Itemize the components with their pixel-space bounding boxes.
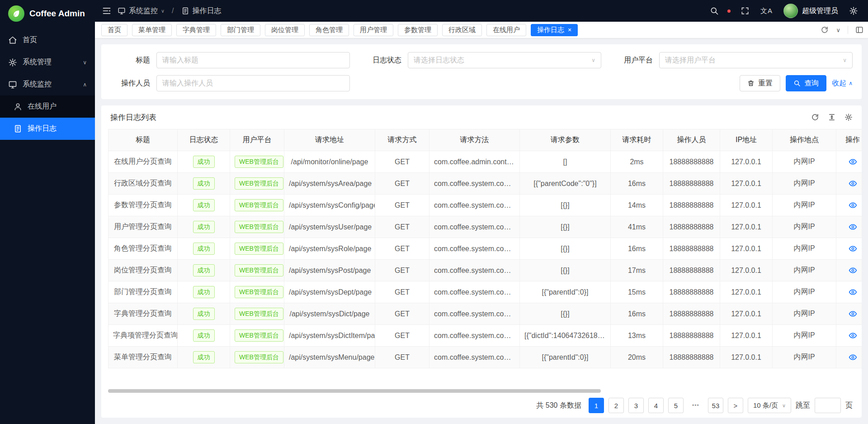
search-icon[interactable] — [710, 6, 719, 15]
cell-ip: 127.0.0.1 — [720, 151, 773, 173]
cell-ip: 127.0.0.1 — [720, 173, 773, 195]
sidebar-item-system-management[interactable]: 系统管理 ∨ — [0, 51, 95, 73]
view-detail-eye-icon[interactable] — [849, 179, 857, 188]
page-button-5[interactable]: 5 — [668, 398, 684, 413]
page-button-3[interactable]: 3 — [628, 398, 644, 413]
tab-role-management[interactable]: 角色管理 — [309, 24, 349, 36]
view-detail-eye-icon[interactable] — [849, 331, 857, 340]
cell-operator: 18888888888 — [663, 325, 720, 347]
sidebar-item-online-users[interactable]: 在线用户 — [0, 95, 95, 118]
content-fullscreen-icon[interactable] — [855, 26, 863, 34]
chevron-down-icon: ∨ — [782, 403, 786, 409]
table-row[interactable]: 部门管理分页查询 成功 WEB管理后台 /api/system/sysDept/… — [108, 281, 862, 303]
cell-params: [{"parentId":0}] — [520, 281, 611, 303]
table-title: 操作日志列表 — [110, 112, 156, 123]
tab-dict-management[interactable]: 字典管理 — [176, 24, 216, 36]
platform-badge: WEB管理后台 — [235, 329, 283, 341]
user-platform-select[interactable]: 请选择用户平台 ∨ — [659, 52, 853, 68]
breadcrumb-system-monitor[interactable]: 系统监控 ∨ — [118, 6, 165, 16]
tab-config-management[interactable]: 参数管理 — [398, 24, 438, 36]
tab-online-users[interactable]: 在线用户 — [486, 24, 526, 36]
cell-status: 成功 — [178, 216, 230, 238]
reset-button[interactable]: 重置 — [740, 75, 780, 91]
cell-title: 参数管理分页查询 — [108, 195, 178, 216]
select-placeholder: 请选择日志状态 — [414, 56, 591, 65]
cell-actions — [836, 151, 862, 173]
view-detail-eye-icon[interactable] — [849, 288, 857, 296]
tab-admin-area[interactable]: 行政区域 — [442, 24, 482, 36]
table-row[interactable]: 在线用户分页查询 成功 WEB管理后台 /api/monitor/online/… — [108, 151, 862, 173]
view-detail-eye-icon[interactable] — [849, 244, 857, 253]
cell-ip: 127.0.0.1 — [720, 195, 773, 216]
page-size-select[interactable]: 10 条/页 ∨ — [748, 398, 791, 413]
table-row[interactable]: 行政区域分页查询 成功 WEB管理后台 /api/system/sysArea/… — [108, 173, 862, 195]
column-header: 请求方式 — [375, 129, 429, 151]
cell-platform: WEB管理后台 — [230, 325, 284, 347]
column-header: IP地址 — [720, 129, 773, 151]
view-detail-eye-icon[interactable] — [849, 310, 857, 318]
table-row[interactable]: 岗位管理分页查询 成功 WEB管理后台 /api/system/sysPost/… — [108, 260, 862, 281]
close-icon[interactable]: × — [568, 27, 571, 33]
table-row[interactable]: 参数管理分页查询 成功 WEB管理后台 /api/system/sysConfi… — [108, 195, 862, 216]
refresh-icon[interactable] — [821, 26, 829, 34]
table-row[interactable]: 字典管理分页查询 成功 WEB管理后台 /api/system/sysDict/… — [108, 303, 862, 325]
cell-status: 成功 — [178, 173, 230, 195]
next-page-button[interactable]: > — [728, 398, 743, 413]
operator-filter-input[interactable] — [156, 75, 350, 91]
field-operator: 操作人员 — [110, 75, 350, 91]
column-header: 请求参数 — [520, 129, 611, 151]
spacer — [101, 368, 862, 389]
table-row[interactable]: 角色管理分页查询 成功 WEB管理后台 /api/system/sysRole/… — [108, 238, 862, 260]
settings-gear-icon[interactable] — [849, 6, 858, 15]
page-button-53[interactable]: 53 — [708, 398, 723, 413]
column-header: 操作人员 — [663, 129, 720, 151]
collapse-filter-link[interactable]: 收起 ∧ — [832, 79, 853, 88]
view-detail-eye-icon[interactable] — [849, 201, 857, 210]
log-status-label: 日志状态 — [362, 56, 401, 65]
title-filter-input[interactable] — [156, 52, 350, 68]
tab-dept-management[interactable]: 部门管理 — [221, 24, 260, 36]
breadcrumb-operation-log: 操作日志 — [181, 6, 222, 16]
column-settings-gear-icon[interactable] — [844, 113, 853, 121]
view-detail-eye-icon[interactable] — [849, 223, 857, 231]
page-button-2[interactable]: 2 — [609, 398, 624, 413]
cell-duration: 17ms — [611, 260, 663, 281]
page-ellipsis-icon[interactable]: ••• — [688, 398, 703, 413]
tab-operation-log[interactable]: 操作日志 × — [531, 24, 578, 36]
view-detail-eye-icon[interactable] — [849, 157, 857, 166]
refresh-icon[interactable] — [811, 113, 819, 121]
sidebar-item-home[interactable]: 首页 — [0, 29, 95, 51]
user-menu[interactable]: 超级管理员 — [783, 4, 838, 18]
status-badge: 成功 — [193, 156, 215, 167]
sidebar-item-operation-log[interactable]: 操作日志 — [0, 118, 95, 140]
page-button-1[interactable]: 1 — [589, 398, 604, 413]
tab-menu-management[interactable]: 菜单管理 — [132, 24, 172, 36]
tab-post-management[interactable]: 岗位管理 — [265, 24, 305, 36]
tab-user-management[interactable]: 用户管理 — [354, 24, 393, 36]
log-table-card: 操作日志列表 — [101, 105, 862, 418]
cell-duration: 16ms — [611, 238, 663, 260]
view-detail-eye-icon[interactable] — [849, 266, 857, 275]
scrollbar-thumb[interactable] — [108, 389, 601, 393]
tab-menu-chevron-down-icon[interactable]: ∨ — [836, 27, 840, 33]
table-row[interactable]: 菜单管理分页查询 成功 WEB管理后台 /api/system/sysMenu/… — [108, 347, 862, 368]
log-table: 标题 日志状态 用户平台 请求地址 请求方式 请求方法 请求参数 请求耗时 操作… — [108, 129, 862, 368]
table-row[interactable]: 用户管理分页查询 成功 WEB管理后台 /api/system/sysUser/… — [108, 216, 862, 238]
view-detail-eye-icon[interactable] — [849, 353, 857, 362]
status-badge: 成功 — [193, 264, 215, 276]
tab-home[interactable]: 首页 — [101, 24, 127, 36]
menu-fold-icon[interactable] — [102, 6, 111, 15]
cell-handler: com.coffee.system.controlle... — [429, 347, 520, 368]
jump-page-input[interactable] — [815, 398, 841, 413]
sidebar-item-system-monitor[interactable]: 系统监控 ∧ — [0, 73, 95, 95]
translate-icon[interactable]: 文A — [760, 7, 773, 15]
table-row[interactable]: 字典项管理分页查询 成功 WEB管理后台 /api/system/sysDict… — [108, 325, 862, 347]
column-header: 用户平台 — [230, 129, 284, 151]
page-button-4[interactable]: 4 — [648, 398, 664, 413]
log-status-select[interactable]: 请选择日志状态 ∨ — [408, 52, 601, 68]
row-density-icon[interactable] — [828, 113, 836, 121]
platform-badge: WEB管理后台 — [235, 156, 283, 167]
fullscreen-icon[interactable] — [741, 6, 750, 15]
cell-platform: WEB管理后台 — [230, 238, 284, 260]
search-button[interactable]: 查询 — [786, 75, 826, 91]
